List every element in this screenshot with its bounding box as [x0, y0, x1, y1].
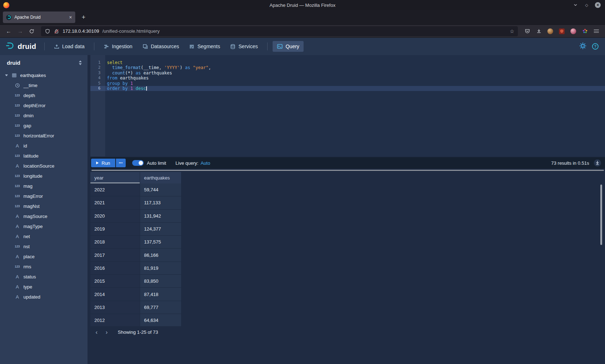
cell-year[interactable]: 2017	[90, 249, 140, 261]
cell-year[interactable]: 2021	[90, 196, 140, 209]
cell-earthquakes[interactable]: 131,942	[140, 210, 182, 223]
cell-earthquakes[interactable]: 137,575	[140, 236, 182, 249]
toggle-switch[interactable]	[132, 160, 144, 166]
sidebar-column-net[interactable]: net	[0, 231, 88, 241]
sidebar-column-horizontalError[interactable]: horizontalError	[0, 131, 88, 141]
column-name: depthError	[23, 103, 45, 108]
cell-year[interactable]: 2015	[90, 275, 140, 288]
help-icon[interactable]	[592, 43, 599, 50]
cell-year[interactable]: 2020	[90, 210, 140, 223]
sidebar-column-gap[interactable]: gap	[0, 120, 88, 131]
horizontal-scrollbar[interactable]	[90, 169, 605, 172]
cell-earthquakes[interactable]: 81,919	[140, 262, 182, 275]
tracking-shield-icon[interactable]	[45, 26, 50, 36]
next-page-button[interactable]	[102, 328, 111, 337]
nav-item-label: Query	[286, 44, 299, 49]
account-avatar-icon[interactable]	[545, 26, 555, 36]
sidebar-column-latitude[interactable]: latitude	[0, 151, 88, 161]
download-results-button[interactable]	[593, 159, 601, 167]
sidebar-column-magError[interactable]: magError	[0, 191, 88, 201]
nav-item-query[interactable]: Query	[273, 41, 304, 52]
sidebar-column-rms[interactable]: rms	[0, 261, 88, 272]
query-editor[interactable]: 123456 select time_format(__time, 'YYYY'…	[90, 55, 605, 156]
tab-close-icon[interactable]	[69, 14, 72, 20]
bookmark-star-icon[interactable]	[510, 28, 514, 34]
druid-brand[interactable]: druid	[5, 41, 39, 51]
menu-icon[interactable]	[591, 26, 601, 36]
sidebar-column-magNst[interactable]: magNst	[0, 201, 88, 211]
back-button[interactable]	[4, 26, 14, 36]
auto-limit-toggle[interactable]: Auto limit	[132, 160, 166, 166]
nav-item-load-data[interactable]: Load data	[50, 41, 89, 52]
sidebar-column-locationSource[interactable]: locationSource	[0, 161, 88, 171]
nav-item-datasources[interactable]: Datasources	[138, 41, 184, 52]
sidebar-column-magType[interactable]: magType	[0, 221, 88, 231]
url-bar[interactable]: 172.18.0.4:30109/unified-console.html#qu…	[41, 26, 518, 36]
run-more-button[interactable]: •••	[116, 159, 126, 167]
cell-earthquakes[interactable]: 64,634	[140, 314, 182, 326]
numeric-type-icon	[14, 184, 21, 188]
cell-earthquakes[interactable]: 124,377	[140, 223, 182, 236]
cell-earthquakes[interactable]: 87,418	[140, 288, 182, 301]
string-type-icon	[14, 234, 21, 239]
cell-year[interactable]: 2016	[90, 262, 140, 275]
forward-button[interactable]	[15, 26, 25, 36]
nav-item-services[interactable]: Services	[226, 41, 262, 52]
live-query-value[interactable]: Auto	[201, 160, 210, 166]
insecure-lock-icon[interactable]	[54, 26, 59, 36]
sidebar-column-depth[interactable]: depth	[0, 90, 88, 100]
nav-item-ingestion[interactable]: Ingestion	[99, 41, 137, 52]
cell-year[interactable]: 2012	[90, 314, 140, 326]
browser-tab[interactable]: Apache Druid	[3, 12, 75, 23]
sidebar-column-nst[interactable]: nst	[0, 241, 88, 251]
extension-pinwheel-icon[interactable]	[580, 26, 590, 36]
hscroll-thumb[interactable]	[91, 170, 604, 171]
numeric-type-icon	[14, 134, 21, 137]
window-shade-icon[interactable]	[573, 2, 578, 8]
previous-page-button[interactable]	[92, 328, 101, 337]
numeric-type-icon	[14, 245, 21, 248]
sidebar-column-type[interactable]: type	[0, 282, 88, 292]
query-view: 123456 select time_format(__time, 'YYYY'…	[88, 55, 605, 364]
new-tab-button[interactable]	[79, 14, 88, 21]
cell-year[interactable]: 2019	[90, 223, 140, 236]
editor-code[interactable]: select time_format(__time, 'YYYY') as "y…	[105, 55, 605, 156]
double-caret-sort-icon[interactable]	[79, 60, 82, 65]
sidebar-column-id[interactable]: id	[0, 141, 88, 151]
pocket-icon[interactable]	[522, 26, 532, 36]
profile-avatar-icon[interactable]	[568, 26, 578, 36]
cell-earthquakes[interactable]: 83,850	[140, 275, 182, 288]
sidebar-column-mag[interactable]: mag	[0, 181, 88, 191]
cell-year[interactable]: 2013	[90, 301, 140, 314]
sidebar-column-status[interactable]: status	[0, 272, 88, 282]
sql-token: count	[112, 70, 125, 76]
sidebar-column-__time[interactable]: __time	[0, 80, 88, 90]
cell-earthquakes[interactable]: 86,166	[140, 249, 182, 261]
cell-earthquakes[interactable]: 59,744	[140, 183, 182, 196]
settings-gear-icon[interactable]	[579, 42, 586, 51]
cell-year[interactable]: 2014	[90, 288, 140, 301]
downloads-icon[interactable]	[534, 26, 544, 36]
column-header-year[interactable]: year	[90, 172, 140, 183]
window-close-button[interactable]	[595, 2, 601, 8]
nav-item-segments[interactable]: Segments	[185, 41, 224, 52]
sidebar-column-updated[interactable]: updated	[0, 292, 88, 302]
sidebar-column-dmin[interactable]: dmin	[0, 110, 88, 120]
sql-token: by	[122, 81, 127, 86]
sidebar-column-longitude[interactable]: longitude	[0, 171, 88, 181]
ublock-extension-icon[interactable]	[557, 26, 567, 36]
sidebar-column-depthError[interactable]: depthError	[0, 100, 88, 110]
cell-year[interactable]: 2022	[90, 183, 140, 196]
column-header-earthquakes[interactable]: earthquakes	[140, 172, 182, 183]
datasource-earthquakes[interactable]: earthquakes	[0, 70, 88, 80]
window-maximize-button[interactable]	[584, 2, 590, 8]
cell-earthquakes[interactable]: 69,777	[140, 301, 182, 314]
reload-button[interactable]	[27, 26, 37, 36]
table-vertical-scrollbar[interactable]	[600, 185, 602, 245]
run-button[interactable]: Run	[91, 159, 115, 167]
sidebar-column-place[interactable]: place	[0, 251, 88, 261]
cell-earthquakes[interactable]: 117,133	[140, 196, 182, 209]
cell-year[interactable]: 2018	[90, 236, 140, 249]
brand-text: druid	[18, 42, 36, 51]
sidebar-column-magSource[interactable]: magSource	[0, 211, 88, 221]
